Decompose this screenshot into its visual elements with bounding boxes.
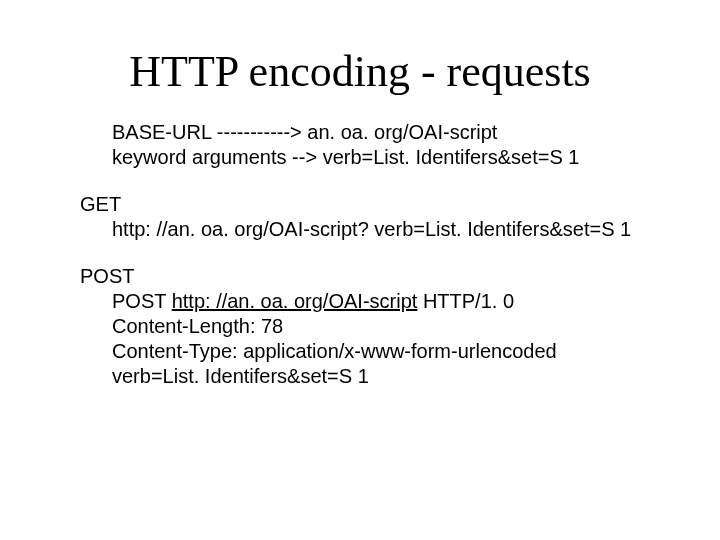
post-line-1-prefix: POST [112,290,172,312]
post-line-4: verb=List. Identifers&set=S 1 [80,364,680,389]
post-line-1-link[interactable]: http: //an. oa. org/OAI-script [172,290,418,312]
slide-body: BASE-URL -----------> an. oa. org/OAI-sc… [80,120,680,411]
post-head: POST [80,264,680,289]
intro-line-2: keyword arguments --> verb=List. Identif… [80,145,680,170]
intro-block: BASE-URL -----------> an. oa. org/OAI-sc… [80,120,680,170]
post-line-2: Content-Length: 78 [80,314,680,339]
slide: HTTP encoding - requests BASE-URL ------… [0,0,720,540]
slide-title: HTTP encoding - requests [0,46,720,97]
get-block: GET http: //an. oa. org/OAI-script? verb… [80,192,680,242]
post-block: POST POST http: //an. oa. org/OAI-script… [80,264,680,389]
post-line-3: Content-Type: application/x-www-form-url… [80,339,680,364]
get-line-1: http: //an. oa. org/OAI-script? verb=Lis… [80,217,680,242]
get-head: GET [80,192,680,217]
intro-line-1: BASE-URL -----------> an. oa. org/OAI-sc… [80,120,680,145]
post-line-1-suffix: HTTP/1. 0 [417,290,514,312]
post-line-1: POST http: //an. oa. org/OAI-script HTTP… [80,289,680,314]
